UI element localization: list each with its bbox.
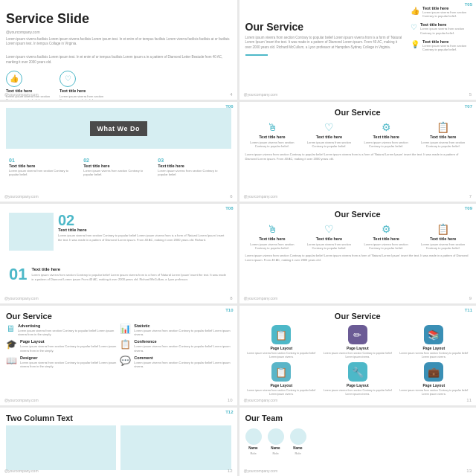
- gi-item-4: 📋 Page Layout Lorem ipsum viverra from s…: [245, 362, 318, 396]
- top-title: Text title here: [58, 228, 228, 232]
- icon-text-2: Lorem ipsum viverra from section Contrar…: [60, 94, 104, 100]
- service-title: Our Service: [245, 312, 471, 321]
- sli-title-6: Comment: [134, 356, 231, 360]
- footer: @yourcompany.com: [244, 194, 278, 199]
- sli-title-5: Designer: [20, 356, 117, 360]
- fi-icon-1: 🖱: [267, 121, 277, 133]
- subtitle: @yourcompany.com: [6, 30, 231, 34]
- sli-conference: 📋 Conference Lorem ipsum viverra from se…: [120, 339, 231, 352]
- slide-number: 11: [466, 398, 472, 402]
- gi-icon-box-1: 📋: [271, 325, 291, 344]
- si-text-3: Lorem ipsum viverra from section Contrar…: [422, 44, 470, 51]
- thumbs-up-icon: 👍: [6, 71, 22, 87]
- monitor-icon: 🖥: [6, 324, 15, 334]
- fi2-title-2: Text title here: [316, 237, 342, 241]
- gi-title-4: Page Layout: [270, 383, 292, 387]
- footer: @yourcompany.com: [4, 194, 39, 199]
- sli-comment: 💬 Comment Lorem ipsum viverra from secti…: [120, 356, 231, 368]
- slide-10-title: Our Team: [245, 414, 471, 422]
- num-content-top: 02 Text title here Lorem ipsum viverra f…: [58, 213, 228, 251]
- slide-number: 4: [230, 92, 232, 97]
- fi2-text-2: Lorem ipsum viverra from section Contrar…: [302, 242, 356, 250]
- toc-badge: T07: [465, 104, 472, 109]
- gi-text-2: Lorem ipsum viverra from section Contrar…: [321, 352, 394, 358]
- toc-badge: T09: [465, 206, 472, 210]
- top-body: Lorem ipsum viverra from section Contrar…: [58, 234, 228, 242]
- body-text-2: Lorem ipsum viverra facilisis Lorem ipsu…: [6, 55, 231, 65]
- sli-title-2: Statistic: [134, 324, 231, 328]
- side-icon-1: 👍 Text title here Lorem ipsum viverra fr…: [411, 6, 470, 18]
- gi-text-1: Lorem ipsum viverra from section Contrar…: [245, 352, 318, 358]
- slide-5: T08 02 Text title here Lorem ipsum viver…: [0, 204, 237, 303]
- toc-badge: T10: [225, 308, 233, 312]
- fi-icon-4: 📋: [437, 121, 449, 133]
- footer: @yourcompany.com: [244, 398, 278, 402]
- toc-badge: T06: [225, 104, 233, 109]
- sli-text-1: Lorem ipsum viverra from section Contrar…: [18, 329, 117, 336]
- sli-text-4: Lorem ipsum viverra from section Contrar…: [134, 344, 231, 352]
- fi-icon-3: ⚙: [382, 121, 391, 133]
- icon-title-2: Text title here: [60, 89, 86, 93]
- blue-line: [245, 54, 268, 56]
- gi-title-1: Page Layout: [270, 346, 292, 350]
- footer: @yourcompany.com: [244, 92, 278, 97]
- slide-1: Service Slide @yourcompany.com Lorem ips…: [0, 0, 237, 100]
- side-icon-3: 💡 Text title here Lorem ipsum viverra fr…: [411, 39, 470, 51]
- gi-item-6: 💼 Page Layout Lorem ipsum viverra from s…: [398, 362, 471, 396]
- sli-text-3: Lorem ipsum viverra from section Contrar…: [20, 344, 117, 352]
- fi-item-3: ⚙ Text title here Lorem ipsum viverra fr…: [359, 121, 414, 148]
- gi-text-6: Lorem ipsum viverra from section Contrar…: [398, 389, 471, 396]
- slide-number: 6: [230, 194, 232, 199]
- side-icon-thumbs: 👍: [411, 7, 419, 15]
- num-text-3: Lorem ipsum viverra from section Contrar…: [158, 169, 228, 176]
- fi-title-3: Text title here: [373, 135, 399, 139]
- fi2-title-3: Text title here: [373, 237, 399, 241]
- num-row: 01 Text title here Lorem ipsum viverra f…: [6, 158, 231, 176]
- fi2-icon-4: 📋: [437, 223, 449, 235]
- footer: @yourcompany.com: [4, 92, 39, 97]
- heart-icon: ♡: [60, 71, 76, 87]
- two-col-content: [6, 425, 231, 470]
- fi-text-1: Lorem ipsum viverra from section Contrar…: [245, 141, 300, 148]
- fi2-text-1: Lorem ipsum viverra from section Contrar…: [245, 242, 300, 250]
- gi-item-3: 📚 Page Layout Lorem ipsum viverra from s…: [398, 325, 471, 358]
- page-title: Service Slide: [6, 12, 231, 27]
- slide-number: 12: [228, 469, 233, 473]
- gi-icon-box-6: 💼: [424, 362, 443, 382]
- slide-10: Our Team Name Role Name Role Name Role 1…: [239, 408, 477, 476]
- service-title: Our Service: [245, 210, 471, 219]
- fi-text-4: Lorem ipsum viverra from section Contrar…: [416, 141, 470, 148]
- document-icon: 📋: [120, 339, 131, 350]
- sli-title-4: Conference: [134, 339, 231, 344]
- num-label-1: 01: [9, 158, 79, 163]
- gi-item-5: 🔧 Page Layout Lorem ipsum viverra from s…: [321, 362, 394, 396]
- side-icons: 👍 Text title here Lorem ipsum viverra fr…: [411, 6, 470, 51]
- top-section: 02 Text title here Lorem ipsum viverra f…: [6, 210, 231, 254]
- bot-text: Lorem ipsum viverra from section Contrar…: [31, 273, 228, 281]
- gi-item-2: ✏ Page Layout Lorem ipsum viverra from s…: [321, 325, 394, 358]
- footer: @yourcompany.com: [244, 296, 278, 300]
- num-text-1: Lorem ipsum viverra from section Contrar…: [9, 169, 79, 176]
- sli-text-2: Lorem ipsum viverra from section Contrar…: [134, 329, 231, 336]
- fi2-icon-2: ♡: [324, 223, 334, 235]
- si-text-1: Lorem ipsum viverra from section Contrar…: [422, 10, 470, 18]
- num-item-1: 01 Text title here Lorem ipsum viverra f…: [9, 158, 79, 176]
- toc-badge: T11: [465, 308, 472, 312]
- fi-title-4: Text title here: [430, 135, 456, 139]
- chart-icon: 📊: [120, 324, 131, 334]
- team-member-1: Name Role: [245, 428, 262, 455]
- avatar-1: [245, 428, 262, 445]
- gi-text-3: Lorem ipsum viverra from section Contrar…: [398, 352, 471, 358]
- bot-title: Text title here: [31, 267, 228, 271]
- fi2-text-3: Lorem ipsum viverra from section Contrar…: [359, 242, 414, 250]
- sli-advertising: 🖥 Advertising Lorem ipsum viverra from s…: [6, 324, 117, 336]
- gi-title-6: Page Layout: [422, 383, 445, 387]
- icon-row: 👍 Text title here Lorem ipsum viverra fr…: [6, 71, 231, 100]
- sli-text-6: Lorem ipsum viverra from section Contrar…: [134, 361, 231, 368]
- blue-image-area: What We Do: [6, 108, 231, 149]
- service-body: Lorem ipsum viverra from section Contrar…: [245, 36, 404, 50]
- bottom-section: 01 Text title here Lorem ipsum viverra f…: [6, 254, 231, 298]
- big-num-02: 02: [58, 213, 228, 228]
- bottom-text: Lorem ipsum viverra from section Contrar…: [245, 254, 471, 262]
- slide-number: 8: [230, 296, 232, 300]
